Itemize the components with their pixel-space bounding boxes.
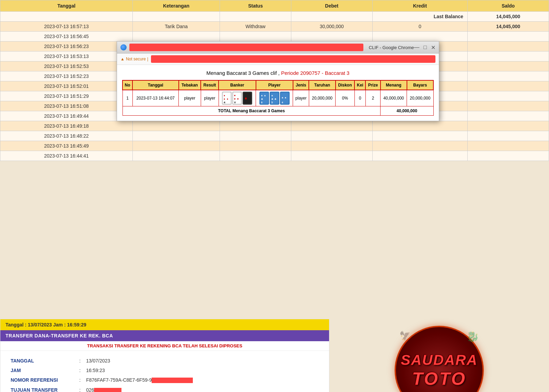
col-saldo: Saldo bbox=[468, 0, 549, 12]
row-13-tanggal: 2023-07-13 16:45:49 bbox=[0, 141, 133, 151]
baccarat-col-no: No bbox=[122, 80, 132, 90]
last-balance-label: Last Balance bbox=[372, 12, 467, 22]
banker-card-3: ♦ bbox=[243, 92, 252, 105]
svg-text:♥: ♥ bbox=[234, 94, 236, 97]
baccarat-tebakan: player bbox=[179, 90, 201, 106]
chrome-title-text: CLIF - Google Chrome bbox=[369, 45, 414, 50]
ref-redacted bbox=[152, 378, 193, 383]
svg-text:♣: ♣ bbox=[274, 97, 277, 101]
last-balance-empty-2 bbox=[133, 12, 220, 22]
baccarat-col-jenis: Jenis bbox=[293, 80, 309, 90]
baccarat-kei: 0 bbox=[354, 90, 365, 106]
value-ref: F876FAF7-759A-C8E7-6F59-9 bbox=[86, 377, 319, 383]
decorative-symbol-1: 🐉 bbox=[466, 331, 479, 343]
close-button[interactable]: ✕ bbox=[431, 44, 435, 51]
baccarat-table: No Tanggal Tebakan Result Banker Player … bbox=[122, 80, 434, 116]
baccarat-result: player bbox=[201, 90, 219, 106]
svg-text:♥: ♥ bbox=[237, 97, 239, 101]
receipt-header-title: TRANSFER DANA-TRANSFER KE REK. BCA bbox=[0, 330, 329, 341]
label-jam: JAM bbox=[11, 368, 79, 373]
last-balance-empty-1 bbox=[0, 12, 133, 22]
address-url-redacted[interactable] bbox=[151, 55, 435, 63]
svg-text:4: 4 bbox=[224, 101, 225, 104]
baccarat-col-kei: Kei bbox=[354, 80, 365, 90]
maximize-button[interactable]: □ bbox=[423, 44, 427, 51]
chrome-controls[interactable]: — □ ✕ bbox=[414, 44, 435, 51]
svg-text:♣: ♣ bbox=[261, 97, 263, 101]
player-card-1: ♠ ♠ ♣ 6 bbox=[259, 92, 269, 105]
saudara-text: SAUDARA bbox=[401, 352, 478, 368]
last-balance-empty-4 bbox=[291, 12, 372, 22]
not-secure-label: Not secure bbox=[126, 57, 146, 61]
row-12-tanggal: 2023-07-13 16:48:22 bbox=[0, 131, 133, 141]
last-balance-value: 14,045,000 bbox=[468, 12, 549, 22]
value-tujuan: 026 bbox=[86, 387, 319, 392]
baccarat-title-text: Menang Baccarat 3 Games clif bbox=[207, 70, 277, 76]
receipt-header-date: Tanggal : 13/07/2023 Jam : 16:59:29 bbox=[0, 319, 329, 330]
baccarat-no: 1 bbox=[122, 90, 132, 106]
col-status: Status bbox=[220, 0, 291, 12]
baccarat-period: Periode 2090757 - Baccarat 3 bbox=[281, 70, 349, 76]
col-keterangan: Keterangan bbox=[133, 0, 220, 12]
row-9-tanggal: 2023-07-13 16:51:08 bbox=[0, 101, 133, 111]
banker-card-2: ♥ ♥ ♥ V bbox=[232, 92, 242, 105]
receipt-row-tanggal: TANGGAL : 13/07/2023 bbox=[11, 356, 319, 366]
svg-text:♣: ♣ bbox=[271, 97, 273, 101]
row-1-tanggal: 2023-07-13 16:57:13 bbox=[0, 22, 133, 32]
row-4-tanggal: 2023-07-13 16:53:13 bbox=[0, 51, 133, 61]
row-8-tanggal: 2023-07-13 16:51:29 bbox=[0, 91, 133, 101]
baccarat-col-tebakan: Tebakan bbox=[179, 80, 201, 90]
row-11-tanggal: 2023-07-13 16:49:18 bbox=[0, 121, 133, 131]
row-1-status: Withdraw bbox=[220, 22, 291, 32]
svg-text:6: 6 bbox=[261, 101, 262, 104]
svg-text:♦: ♦ bbox=[224, 97, 225, 101]
last-balance-empty-3 bbox=[220, 12, 291, 22]
baccarat-col-prize: Prize bbox=[365, 80, 380, 90]
toto-text: TOTO bbox=[412, 368, 467, 389]
banker-cards-container: ♦ ♦ ♦ 4 ♥ ♥ bbox=[220, 92, 254, 105]
col-kredit: Kredit bbox=[372, 0, 467, 12]
row-1-keterangan: Tarik Dana bbox=[133, 22, 220, 32]
colon-tanggal: : bbox=[79, 358, 86, 364]
label-tanggal: TANGGAL bbox=[11, 358, 79, 364]
not-secure-indicator: ▲ Not secure | bbox=[120, 57, 148, 61]
label-tujuan: TUJUAN TRANSFER bbox=[11, 387, 79, 392]
baccarat-banker-cards: ♦ ♦ ♦ 4 ♥ ♥ bbox=[219, 90, 256, 106]
svg-text:4: 4 bbox=[282, 101, 283, 104]
receipt-body: TANGGAL : 13/07/2023 JAM : 16:59:23 NOMO… bbox=[0, 351, 329, 392]
colon-tujuan: : bbox=[79, 387, 86, 392]
receipt-success-message: TRANSAKSI TRANSFER KE REKENING BCA TELAH… bbox=[0, 341, 329, 351]
bottom-section: Tanggal : 13/07/2023 Jam : 16:59:29 TRAN… bbox=[0, 319, 549, 392]
minimize-button[interactable]: — bbox=[414, 44, 419, 51]
player-card-3: ♠ ♠ 4 bbox=[280, 92, 290, 105]
chrome-title-left: CLIF - Google Chrome bbox=[120, 44, 414, 51]
player-cards-container: ♠ ♠ ♣ 6 ♠ ♣ bbox=[257, 92, 291, 105]
row-10-tanggal: 2023-07-13 16:49:44 bbox=[0, 111, 133, 121]
baccarat-total-row: TOTAL Menang Baccarat 3 Games 40,000,000 bbox=[122, 106, 433, 116]
row-1-debet: 30,000,000 bbox=[291, 22, 372, 32]
baccarat-prize: 2 bbox=[365, 90, 380, 106]
baccarat-title: Menang Baccarat 3 Games clif , Periode 2… bbox=[122, 70, 434, 76]
col-debet: Debet bbox=[291, 0, 372, 12]
value-jam: 16:59:23 bbox=[86, 368, 319, 373]
svg-text:V: V bbox=[234, 101, 236, 104]
baccarat-col-menang: Menang bbox=[381, 80, 407, 90]
baccarat-tanggal: 2023-07-13 16:44:07 bbox=[132, 90, 179, 106]
banker-card-1: ♦ ♦ ♦ 4 bbox=[222, 92, 232, 105]
warning-icon: ▲ bbox=[120, 57, 125, 61]
baccarat-col-diskon: Diskon bbox=[336, 80, 355, 90]
colon-jam: : bbox=[79, 368, 86, 373]
chrome-content: Menang Baccarat 3 Games clif , Periode 2… bbox=[117, 65, 439, 121]
baccarat-bayars: 20,000,000 bbox=[407, 90, 433, 106]
baccarat-total-value: 40,000,000 bbox=[381, 106, 433, 116]
chrome-addressbar: ▲ Not secure | bbox=[117, 54, 439, 65]
address-separator: | bbox=[147, 57, 148, 61]
col-tanggal: Tanggal bbox=[0, 0, 133, 12]
receipt-row-jam: JAM : 16:59:23 bbox=[11, 366, 319, 375]
baccarat-col-player: Player bbox=[256, 80, 293, 90]
baccarat-col-bayars: Bayars bbox=[407, 80, 433, 90]
svg-text:5: 5 bbox=[271, 101, 273, 104]
decorative-symbol-2: 🦅 bbox=[399, 331, 410, 341]
baccarat-diskon: 0% bbox=[336, 90, 355, 106]
chrome-popup-window: CLIF - Google Chrome — □ ✕ ▲ Not secure … bbox=[117, 41, 439, 121]
